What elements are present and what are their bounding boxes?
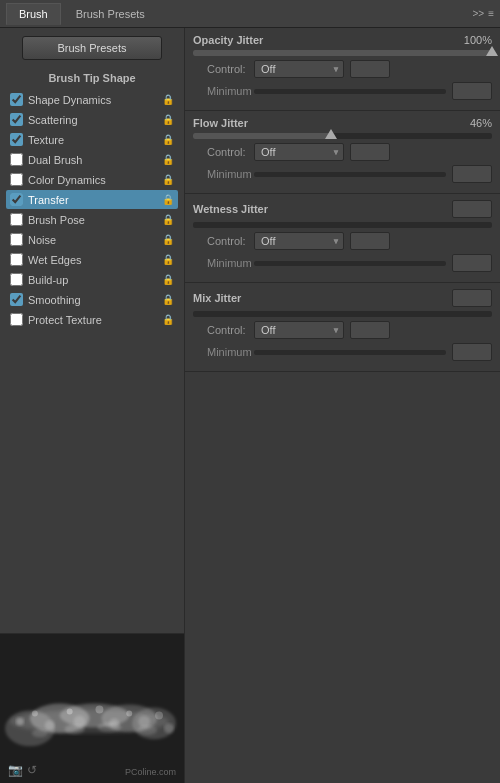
- svg-point-11: [95, 706, 103, 714]
- opacity-jitter-min-slider[interactable]: [254, 89, 446, 94]
- mix-jitter-control-select[interactable]: Off Fade Pen Pressure Pen Tilt Stylus Wh…: [254, 321, 344, 339]
- watermark: PColine.com: [125, 767, 176, 777]
- label-protect-texture: Protect Texture: [28, 314, 160, 326]
- label-dual-brush: Dual Brush: [28, 154, 160, 166]
- label-buildup: Build-up: [28, 274, 160, 286]
- svg-point-20: [137, 725, 157, 735]
- flow-jitter-control-input[interactable]: [350, 143, 390, 161]
- wetness-jitter-control-select[interactable]: Off Fade Pen Pressure Pen Tilt Stylus Wh…: [254, 232, 344, 250]
- flow-jitter-value: 46%: [470, 117, 492, 129]
- opacity-jitter-control-input[interactable]: [350, 60, 390, 78]
- wetness-jitter-slider[interactable]: [193, 222, 492, 228]
- flow-jitter-label: Flow Jitter: [193, 117, 248, 129]
- option-smoothing[interactable]: Smoothing 🔒: [6, 290, 178, 309]
- opacity-jitter-min-input[interactable]: [452, 82, 492, 100]
- tab-bar: Brush Brush Presets >> ≡: [0, 0, 500, 28]
- lock-icon-4: 🔒: [162, 174, 174, 185]
- lock-icon-5: 🔒: [162, 194, 174, 205]
- mix-jitter-input[interactable]: [452, 289, 492, 307]
- wetness-jitter-min-slider[interactable]: [254, 261, 446, 266]
- opacity-jitter-value: 100%: [464, 34, 492, 46]
- option-shape-dynamics[interactable]: Shape Dynamics 🔒: [6, 90, 178, 109]
- option-color-dynamics[interactable]: Color Dynamics 🔒: [6, 170, 178, 189]
- opacity-jitter-control-select[interactable]: Off Fade Pen Pressure Pen Tilt Stylus Wh…: [254, 60, 344, 78]
- svg-point-7: [32, 710, 38, 716]
- wetness-jitter-control-row: Control: Off Fade Pen Pressure Pen Tilt …: [193, 232, 492, 250]
- label-noise: Noise: [28, 234, 160, 246]
- wetness-jitter-min-row: Minimum: [193, 254, 492, 272]
- wetness-jitter-header: Wetness Jitter: [193, 200, 492, 218]
- checkbox-wet-edges[interactable]: [10, 253, 23, 266]
- flow-jitter-min-label: Minimum: [193, 168, 248, 180]
- flow-jitter-control-row: Control: Off Fade Pen Pressure Pen Tilt …: [193, 143, 492, 161]
- preview-camera-icons: 📷 ↺: [8, 763, 37, 777]
- checkbox-shape-dynamics[interactable]: [10, 93, 23, 106]
- lock-icon-2: 🔒: [162, 134, 174, 145]
- flow-jitter-control-select[interactable]: Off Fade Pen Pressure Pen Tilt Stylus Wh…: [254, 143, 344, 161]
- checkbox-dual-brush[interactable]: [10, 153, 23, 166]
- option-noise[interactable]: Noise 🔒: [6, 230, 178, 249]
- wetness-jitter-input[interactable]: [452, 200, 492, 218]
- left-panel: Brush Presets Brush Tip Shape Shape Dyna…: [0, 28, 185, 783]
- mix-jitter-slider[interactable]: [193, 311, 492, 317]
- checkbox-brush-pose[interactable]: [10, 213, 23, 226]
- checkbox-texture[interactable]: [10, 133, 23, 146]
- flow-jitter-slider[interactable]: [193, 133, 492, 139]
- lock-icon-1: 🔒: [162, 114, 174, 125]
- checkbox-color-dynamics[interactable]: [10, 173, 23, 186]
- tab-scroll-right[interactable]: >>: [472, 8, 484, 19]
- option-texture[interactable]: Texture 🔒: [6, 130, 178, 149]
- option-protect-texture[interactable]: Protect Texture 🔒: [6, 310, 178, 329]
- label-color-dynamics: Color Dynamics: [28, 174, 160, 186]
- brush-tip-shape-title: Brush Tip Shape: [6, 72, 178, 84]
- checkbox-noise[interactable]: [10, 233, 23, 246]
- wetness-jitter-section: Wetness Jitter Control: Off Fade Pen Pre…: [185, 194, 500, 283]
- brush-presets-button[interactable]: Brush Presets: [22, 36, 162, 60]
- svg-point-17: [32, 729, 48, 737]
- mix-jitter-control-row: Control: Off Fade Pen Pressure Pen Tilt …: [193, 321, 492, 339]
- checkbox-transfer[interactable]: [10, 193, 23, 206]
- checkbox-smoothing[interactable]: [10, 293, 23, 306]
- option-brush-pose[interactable]: Brush Pose 🔒: [6, 210, 178, 229]
- wetness-jitter-control-wrapper: Off Fade Pen Pressure Pen Tilt Stylus Wh…: [254, 232, 344, 250]
- mix-jitter-min-slider[interactable]: [254, 350, 446, 355]
- mix-jitter-control-input[interactable]: [350, 321, 390, 339]
- checkbox-scattering[interactable]: [10, 113, 23, 126]
- wetness-jitter-control-label: Control:: [193, 235, 248, 247]
- checkbox-buildup[interactable]: [10, 273, 23, 286]
- flow-jitter-control-label: Control:: [193, 146, 248, 158]
- opacity-jitter-fill: [193, 50, 492, 56]
- mix-jitter-min-input[interactable]: [452, 343, 492, 361]
- opacity-jitter-control-row: Control: Off Fade Pen Pressure Pen Tilt …: [193, 60, 492, 78]
- flow-jitter-section: Flow Jitter 46% Control: Off Fade Pen Pr…: [185, 111, 500, 194]
- option-buildup[interactable]: Build-up 🔒: [6, 270, 178, 289]
- label-texture: Texture: [28, 134, 160, 146]
- opacity-jitter-min-row: Minimum: [193, 82, 492, 100]
- tab-menu-icon[interactable]: ≡: [488, 8, 494, 19]
- mix-jitter-control-label: Control:: [193, 324, 248, 336]
- opacity-jitter-min-label: Minimum: [193, 85, 248, 97]
- option-wet-edges[interactable]: Wet Edges 🔒: [6, 250, 178, 269]
- svg-point-8: [45, 720, 55, 730]
- wetness-jitter-min-input[interactable]: [452, 254, 492, 272]
- opacity-jitter-slider[interactable]: [193, 50, 492, 56]
- tab-brush[interactable]: Brush: [6, 3, 61, 25]
- main-layout: Brush Presets Brush Tip Shape Shape Dyna…: [0, 28, 500, 783]
- wetness-jitter-label: Wetness Jitter: [193, 203, 268, 215]
- wetness-jitter-control-input[interactable]: [350, 232, 390, 250]
- lock-icon-11: 🔒: [162, 314, 174, 325]
- checkbox-protect-texture[interactable]: [10, 313, 23, 326]
- option-scattering[interactable]: Scattering 🔒: [6, 110, 178, 129]
- flow-jitter-thumb: [325, 129, 337, 139]
- option-transfer[interactable]: Transfer 🔒: [6, 190, 178, 209]
- mix-jitter-min-label: Minimum: [193, 346, 248, 358]
- lock-icon-0: 🔒: [162, 94, 174, 105]
- flow-jitter-control-wrapper: Off Fade Pen Pressure Pen Tilt Stylus Wh…: [254, 143, 344, 161]
- brush-preview: 📷 ↺ PColine.com: [0, 633, 184, 783]
- flow-jitter-min-slider[interactable]: [254, 172, 446, 177]
- tab-brush-presets[interactable]: Brush Presets: [63, 3, 158, 25]
- option-dual-brush[interactable]: Dual Brush 🔒: [6, 150, 178, 169]
- mix-jitter-section: Mix Jitter Control: Off Fade Pen Pressur…: [185, 283, 500, 372]
- flow-jitter-min-input[interactable]: [452, 165, 492, 183]
- label-transfer: Transfer: [28, 194, 160, 206]
